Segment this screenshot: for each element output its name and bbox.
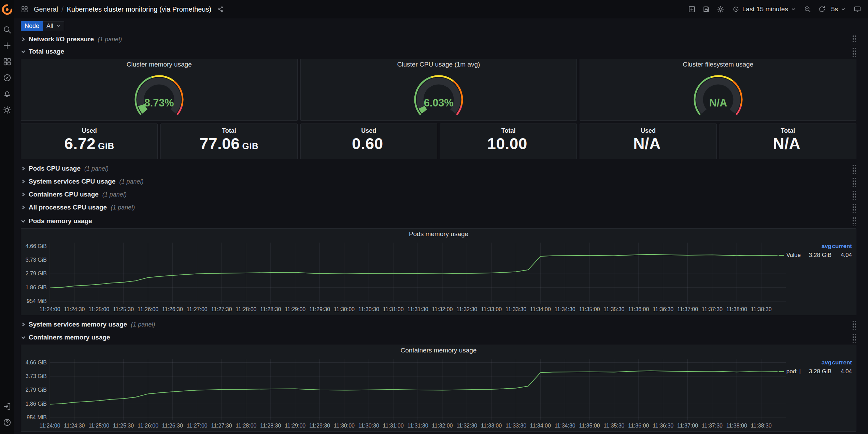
row-pods-memory-usage[interactable]: Pods memory usage [21, 217, 856, 226]
zoom-out-icon[interactable] [802, 3, 813, 15]
kiosk-icon[interactable] [852, 3, 863, 15]
sign-in-icon[interactable] [3, 402, 12, 411]
gauge-cluster-memory: 8.73% [111, 70, 207, 120]
svg-text:11:31:00: 11:31:00 [383, 423, 404, 429]
svg-text:11:31:30: 11:31:30 [407, 306, 428, 312]
legend-header-current[interactable]: current [832, 243, 852, 250]
chart-legend: avg current Value 3.28 GiB 4.04 [779, 243, 852, 259]
top-navbar: General / Kubernetes cluster monitoring … [14, 0, 868, 18]
row-all-processes-cpu-usage[interactable]: All processes CPU usage (1 panel) [21, 203, 856, 212]
legend-avg-value: 3.28 GiB [809, 368, 831, 375]
row-drag-handle[interactable] [852, 319, 856, 330]
create-icon[interactable] [3, 41, 12, 50]
svg-text:11:24:30: 11:24:30 [64, 306, 85, 312]
svg-text:11:37:30: 11:37:30 [702, 306, 723, 312]
chevron-right-icon [21, 179, 26, 184]
stat-label[interactable]: Used [641, 127, 656, 134]
legend-series[interactable]: Value [779, 252, 801, 259]
svg-text:11:28:30: 11:28:30 [260, 306, 281, 312]
svg-text:954 MiB: 954 MiB [27, 415, 47, 420]
apps-icon[interactable] [19, 3, 30, 15]
legend-series[interactable]: pod: | [779, 368, 801, 375]
row-system-services-cpu-usage[interactable]: System services CPU usage (1 panel) [21, 177, 856, 186]
svg-text:3.73 GiB: 3.73 GiB [26, 257, 47, 263]
time-range-label: Last 15 minutes [742, 5, 788, 13]
row-title: Containers memory usage [29, 334, 110, 341]
svg-text:11:28:00: 11:28:00 [236, 423, 256, 429]
series-color-marker [779, 371, 784, 372]
panel-title[interactable]: Cluster memory usage [127, 59, 192, 70]
legend-avg-value: 3.28 GiB [809, 252, 831, 259]
svg-text:11:25:00: 11:25:00 [88, 306, 109, 312]
svg-text:11:35:30: 11:35:30 [603, 306, 624, 312]
stat-label[interactable]: Used [361, 127, 376, 134]
row-total-usage[interactable]: Total usage [21, 47, 856, 56]
breadcrumb-separator: / [61, 5, 63, 13]
chevron-right-icon [21, 322, 26, 327]
row-drag-handle[interactable] [852, 163, 856, 174]
timeseries-plot[interactable]: 11:24:0011:24:3011:25:0011:25:3011:26:00… [21, 240, 788, 315]
stat-label[interactable]: Used [82, 127, 97, 134]
svg-text:11:35:00: 11:35:00 [579, 423, 600, 429]
row-drag-handle[interactable] [852, 34, 856, 44]
help-icon[interactable] [3, 418, 12, 427]
alerting-icon[interactable] [3, 89, 12, 98]
row-drag-handle[interactable] [852, 176, 856, 187]
refresh-interval-picker[interactable]: 5s [830, 3, 849, 15]
dashboard-canvas: Network I/O pressure (1 panel) Total usa… [14, 35, 868, 432]
row-drag-handle[interactable] [852, 202, 856, 213]
row-drag-handle[interactable] [852, 46, 856, 57]
dashboards-icon[interactable] [3, 57, 12, 66]
panel-title[interactable]: Cluster filesystem usage [683, 59, 753, 70]
legend-header-current[interactable]: current [832, 359, 852, 366]
svg-text:N/A: N/A [709, 97, 727, 108]
row-network-io-pressure[interactable]: Network I/O pressure (1 panel) [21, 35, 856, 44]
clock-icon [732, 6, 739, 13]
panel-containers-memory-usage: Containers memory usage 11:24:0011:24:30… [21, 345, 856, 432]
series-color-marker [779, 255, 784, 256]
panel-stat-memory-total: Total 77.06GiB [160, 124, 297, 159]
grafana-logo[interactable] [2, 4, 13, 15]
panel-title[interactable]: Cluster CPU usage (1m avg) [397, 59, 480, 70]
stat-label[interactable]: Total [501, 127, 516, 134]
row-containers-memory-usage[interactable]: Containers memory usage [21, 333, 856, 342]
row-drag-handle[interactable] [852, 332, 856, 343]
breadcrumb-section[interactable]: General [34, 5, 58, 13]
stat-value: N/A [773, 135, 803, 152]
chevron-right-icon [21, 37, 26, 42]
save-icon[interactable] [700, 3, 712, 15]
explore-icon[interactable] [3, 73, 12, 82]
time-range-picker[interactable]: Last 15 minutes [729, 3, 799, 15]
timeseries-plot[interactable]: 11:24:0011:24:3011:25:0011:25:3011:26:00… [21, 356, 788, 431]
row-system-services-memory-usage[interactable]: System services memory usage (1 panel) [21, 320, 856, 329]
configuration-icon[interactable] [3, 105, 12, 114]
variable-node-picker[interactable]: Node All [21, 21, 64, 31]
svg-text:4.66 GiB: 4.66 GiB [26, 360, 47, 365]
share-icon[interactable] [215, 3, 226, 15]
svg-text:11:33:00: 11:33:00 [481, 423, 502, 429]
svg-text:11:37:00: 11:37:00 [677, 306, 698, 312]
row-drag-handle[interactable] [852, 189, 856, 200]
refresh-icon[interactable] [816, 3, 828, 15]
row-panel-count: (1 panel) [111, 204, 135, 211]
add-panel-icon[interactable] [686, 3, 698, 15]
settings-icon[interactable] [715, 3, 726, 15]
row-containers-cpu-usage[interactable]: Containers CPU usage (1 panel) [21, 190, 856, 199]
panel-title[interactable]: Pods memory usage [21, 229, 856, 240]
svg-text:1.86 GiB: 1.86 GiB [26, 401, 47, 407]
search-icon[interactable] [3, 25, 12, 34]
chart-legend: avg current pod: | 3.28 GiB 4.04 [779, 359, 852, 375]
row-pods-cpu-usage[interactable]: Pods CPU usage (1 panel) [21, 164, 856, 173]
svg-text:11:24:30: 11:24:30 [64, 423, 85, 429]
legend-header-avg[interactable]: avg [822, 243, 831, 250]
svg-text:11:32:30: 11:32:30 [456, 306, 477, 312]
row-drag-handle[interactable] [852, 216, 856, 226]
panel-title[interactable]: Containers memory usage [21, 345, 856, 356]
svg-text:11:38:00: 11:38:00 [726, 423, 747, 429]
panel-cluster-cpu-usage: Cluster CPU usage (1m avg) 6.03% [300, 59, 577, 121]
stat-label[interactable]: Total [781, 127, 795, 134]
stat-label[interactable]: Total [222, 127, 236, 134]
svg-text:2.79 GiB: 2.79 GiB [26, 271, 47, 276]
row-panel-count: (1 panel) [131, 321, 155, 328]
legend-header-avg[interactable]: avg [822, 359, 831, 366]
